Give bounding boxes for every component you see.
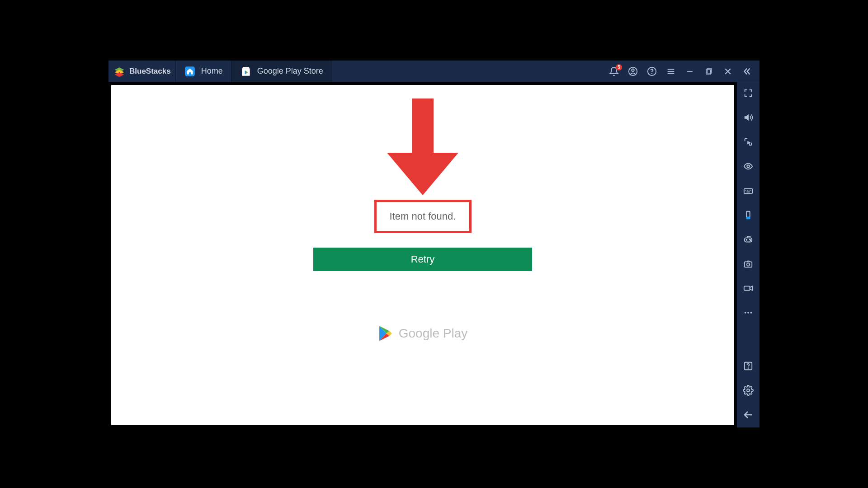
minimize-icon[interactable] xyxy=(684,66,695,77)
account-icon[interactable] xyxy=(627,66,638,77)
volume-icon[interactable] xyxy=(742,111,755,124)
titlebar: BlueStacks Home xyxy=(108,61,760,82)
rotate-device-icon[interactable] xyxy=(742,209,755,221)
tab-label: Home xyxy=(201,66,223,76)
svg-point-29 xyxy=(747,263,750,266)
svg-point-33 xyxy=(750,312,752,314)
home-icon xyxy=(184,66,196,77)
retry-button[interactable]: Retry xyxy=(313,248,532,271)
svg-rect-30 xyxy=(744,286,750,290)
svg-point-5 xyxy=(652,73,652,74)
retry-label: Retry xyxy=(411,253,435,265)
play-store-icon xyxy=(240,66,252,77)
notification-badge: 5 xyxy=(616,64,622,70)
titlebar-actions: 5 xyxy=(601,66,760,77)
svg-point-32 xyxy=(747,312,749,314)
tabs: Home Google Play Store xyxy=(175,61,332,82)
svg-point-36 xyxy=(747,389,750,392)
close-icon[interactable] xyxy=(722,66,733,77)
svg-point-35 xyxy=(748,368,749,368)
svg-rect-28 xyxy=(745,262,752,267)
eye-icon[interactable] xyxy=(742,160,755,173)
svg-point-27 xyxy=(750,240,751,241)
gamepad-icon[interactable] xyxy=(742,233,755,246)
svg-point-31 xyxy=(745,312,746,314)
settings-icon[interactable] xyxy=(742,384,755,397)
tab-home[interactable]: Home xyxy=(175,61,231,82)
maximize-icon[interactable] xyxy=(703,66,714,77)
menu-icon[interactable] xyxy=(665,66,676,77)
content-area: Item not found. Retry Google Play xyxy=(108,82,737,427)
keyboard-icon[interactable] xyxy=(742,184,755,197)
camera-icon[interactable] xyxy=(742,258,755,270)
svg-rect-22 xyxy=(746,217,750,219)
arrow-down-annotation-icon xyxy=(387,99,458,195)
tab-play-store[interactable]: Google Play Store xyxy=(231,61,332,82)
help-box-icon[interactable] xyxy=(742,360,755,372)
svg-point-3 xyxy=(632,69,634,71)
error-message: Item not found. xyxy=(390,211,456,222)
svg-rect-15 xyxy=(744,188,752,193)
svg-rect-21 xyxy=(746,211,750,217)
app-brand: BlueStacks xyxy=(108,61,175,82)
help-icon[interactable] xyxy=(646,66,657,77)
back-icon[interactable] xyxy=(742,408,755,421)
right-sidebar xyxy=(737,82,760,427)
app-name: BlueStacks xyxy=(129,67,171,76)
more-icon[interactable] xyxy=(742,306,755,319)
collapse-sidebar-icon[interactable] xyxy=(741,66,752,77)
fullscreen-icon[interactable] xyxy=(742,87,755,99)
error-highlight-box: Item not found. xyxy=(374,200,472,233)
tab-label: Google Play Store xyxy=(257,66,323,76)
svg-point-14 xyxy=(747,165,750,168)
record-icon[interactable] xyxy=(742,282,755,295)
screen-cursor-icon[interactable] xyxy=(742,136,755,148)
svg-rect-10 xyxy=(707,69,712,73)
google-play-brand: Google Play xyxy=(378,325,468,342)
google-play-logo-icon xyxy=(378,325,393,342)
google-play-text: Google Play xyxy=(399,326,468,341)
svg-rect-11 xyxy=(706,70,711,74)
bluestacks-logo-icon xyxy=(113,65,126,78)
bell-icon[interactable]: 5 xyxy=(609,66,619,77)
